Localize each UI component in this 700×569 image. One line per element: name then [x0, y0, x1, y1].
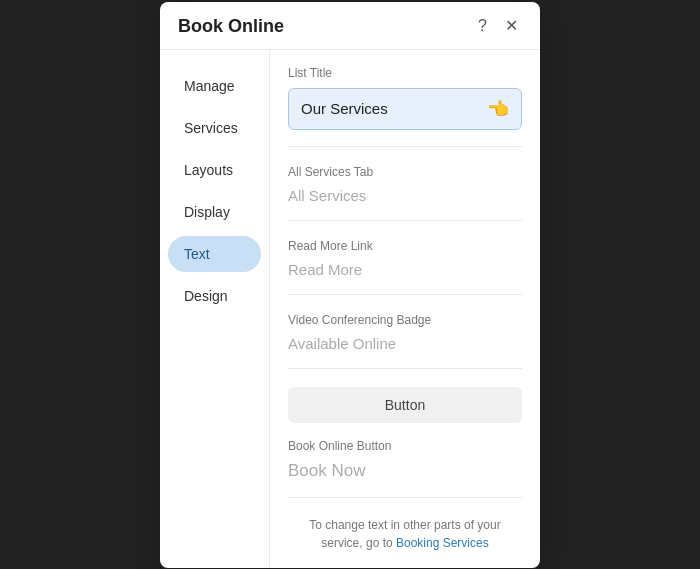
sidebar-item-services[interactable]: Services: [168, 110, 261, 146]
sidebar-item-label-services: Services: [184, 120, 238, 136]
book-online-button-group: Book Online Button Book Now: [288, 439, 522, 498]
sidebar-item-display[interactable]: Display: [168, 194, 261, 230]
sidebar-item-label-text: Text: [184, 246, 210, 262]
sidebar-item-label-manage: Manage: [184, 78, 235, 94]
sidebar-item-design[interactable]: Design: [168, 278, 261, 314]
video-badge-group: Video Conferencing Badge Available Onlin…: [288, 313, 522, 369]
list-title-label: List Title: [288, 66, 522, 80]
hand-cursor-icon: 👈: [487, 98, 509, 120]
read-more-link-group: Read More Link Read More: [288, 239, 522, 295]
booking-services-link[interactable]: Booking Services: [396, 536, 489, 550]
button-section-label: Button: [288, 387, 522, 423]
book-online-dialog: Book Online ? ✕ Manage Services Layouts …: [160, 2, 540, 568]
book-online-button-label: Book Online Button: [288, 439, 522, 453]
video-badge-value: Available Online: [288, 335, 522, 352]
help-button[interactable]: ?: [474, 16, 491, 36]
sidebar-item-label-design: Design: [184, 288, 228, 304]
footer-note: To change text in other parts of your se…: [288, 516, 522, 552]
list-title-text: Our Services: [301, 100, 388, 117]
all-services-tab-value: All Services: [288, 187, 522, 204]
header-actions: ? ✕: [474, 16, 522, 36]
all-services-tab-label: All Services Tab: [288, 165, 522, 179]
sidebar-item-label-display: Display: [184, 204, 230, 220]
all-services-tab-group: All Services Tab All Services: [288, 165, 522, 221]
list-title-group: List Title Our Services 👈: [288, 66, 522, 147]
content-panel: List Title Our Services 👈 All Services T…: [270, 50, 540, 568]
dialog-header: Book Online ? ✕: [160, 2, 540, 50]
read-more-link-value: Read More: [288, 261, 522, 278]
sidebar-item-text[interactable]: Text: [168, 236, 261, 272]
video-badge-label: Video Conferencing Badge: [288, 313, 522, 327]
sidebar: Manage Services Layouts Display Text Des…: [160, 50, 270, 568]
sidebar-item-manage[interactable]: Manage: [168, 68, 261, 104]
dialog-title: Book Online: [178, 16, 284, 37]
sidebar-item-layouts[interactable]: Layouts: [168, 152, 261, 188]
read-more-link-label: Read More Link: [288, 239, 522, 253]
close-button[interactable]: ✕: [501, 16, 522, 36]
dialog-body: Manage Services Layouts Display Text Des…: [160, 50, 540, 568]
list-title-value[interactable]: Our Services 👈: [288, 88, 522, 130]
book-online-button-value: Book Now: [288, 461, 522, 481]
sidebar-item-label-layouts: Layouts: [184, 162, 233, 178]
